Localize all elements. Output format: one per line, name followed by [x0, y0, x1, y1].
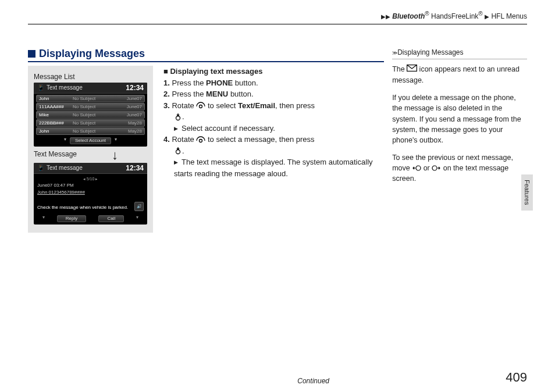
ss1-clock: 12:34 — [126, 84, 144, 91]
black-square-icon: ■ — [163, 67, 168, 76]
step-4-cont: . — [163, 145, 384, 157]
breadcrumb-arrow-icon: ▶ — [485, 13, 489, 20]
ss2-meta-sender: John 0123456789#### — [37, 190, 144, 195]
list-item: JohnNo SubjectJune07 — [36, 95, 145, 102]
header-rule — [28, 24, 527, 24]
step-4: 4. Rotate to select a message, then pres… — [163, 134, 384, 145]
manual-page: ▶▶ Bluetooth® HandsFreeLink® ▶ HFL Menus… — [0, 0, 555, 233]
page-footer: Continued 409 — [28, 370, 527, 385]
step-4-note: The text message is displayed. The syste… — [163, 156, 384, 179]
side-note-p1: The icon appears next to an unread messa… — [392, 64, 527, 85]
push-icon — [174, 147, 182, 155]
list-item: 111AAA###No SubjectJune07 — [36, 103, 145, 111]
step-3-cont: . — [163, 111, 384, 123]
breadcrumb-arrow-icon: ▶ — [381, 13, 386, 20]
continued-label: Continued — [28, 377, 492, 385]
chevron-down-icon: ▾ — [42, 215, 45, 222]
step-1: 1. Press the PHONE button. — [163, 77, 384, 89]
envelope-icon — [407, 64, 417, 74]
ss1-title: Text message — [47, 85, 83, 91]
list-item: MikeNo SubjectJune07 — [36, 111, 145, 119]
side-note-rule — [392, 59, 527, 59]
phone-icon: 📱 — [37, 165, 44, 171]
svg-point-6 — [432, 166, 437, 170]
double-arrow-icon: ≫ — [392, 50, 397, 56]
step-3-note: Select account if necessary. — [163, 123, 384, 134]
svg-point-1 — [176, 116, 180, 120]
chevron-down-icon: ▾ — [115, 137, 117, 144]
square-bullet-icon — [28, 50, 35, 58]
svg-point-5 — [416, 166, 421, 170]
breadcrumb-hfl-menus: HFL Menus — [491, 12, 527, 20]
figure-label-message-list: Message List — [34, 73, 147, 81]
chevron-down-icon: ▾ — [64, 137, 66, 144]
chevron-down-icon: ▾ — [136, 215, 138, 222]
side-note-p2: If you delete a message on the phone, th… — [392, 92, 527, 145]
screenshot-text-message: 📱 Text message 12:34 ◂ 5/10 ▸ June07 03:… — [34, 163, 147, 224]
dial-icon — [196, 136, 205, 143]
section-tab-features: Features — [521, 174, 533, 211]
instruction-heading: ■ Displaying text messages — [163, 66, 384, 77]
list-item: JohnNo SubjectMay28 — [36, 127, 145, 135]
breadcrumb-handsfreelink: HandsFreeLink — [431, 12, 478, 20]
registered-icon: ® — [478, 10, 482, 17]
list-item: 222BBB###No SubjectMay28 — [36, 119, 145, 127]
breadcrumb-arrow-icon: ▶ — [386, 13, 390, 20]
move-right-icon — [432, 165, 441, 172]
ss2-reply-button: Reply — [57, 215, 86, 222]
ss2-clock: 12:34 — [126, 165, 144, 172]
instructions: ■ Displaying text messages 1. Press the … — [163, 66, 384, 233]
push-icon — [174, 113, 182, 121]
breadcrumb-bluetooth: Bluetooth — [392, 12, 425, 20]
ss1-footer-button: Select Account — [70, 137, 111, 144]
side-note-p3: To see the previous or next message, mov… — [392, 152, 527, 184]
ss2-title: Text message — [47, 165, 83, 171]
page-number: 409 — [492, 370, 527, 385]
phone-icon: 📱 — [37, 85, 44, 91]
breadcrumb: ▶▶ Bluetooth® HandsFreeLink® ▶ HFL Menus — [28, 10, 527, 24]
section-title: Displaying Messages — [28, 48, 384, 62]
section-title-text: Displaying Messages — [39, 48, 145, 60]
speaker-icon: 🔊 — [134, 202, 144, 211]
step-2: 2. Press the MENU button. — [163, 88, 384, 100]
chevron-right-icon: ▸ — [95, 177, 98, 181]
figure-panel: Message List 📱 Text message 12:34 John — [28, 66, 153, 233]
screenshot-message-list: 📱 Text message 12:34 JohnNo SubjectJune0… — [34, 83, 147, 147]
side-note-title: ≫Displaying Messages — [392, 48, 527, 58]
arrow-down-icon: ↓ — [112, 149, 118, 162]
ss2-body: Check the message when vehicle is parked… — [37, 205, 128, 211]
registered-icon: ® — [425, 10, 429, 17]
side-note-column: ≫Displaying Messages The icon appears ne… — [392, 48, 527, 233]
ss2-call-button: Call — [98, 215, 124, 222]
chevron-left-icon: ◂ — [83, 177, 86, 181]
dial-icon — [196, 102, 205, 109]
svg-point-3 — [176, 150, 180, 154]
move-left-icon — [412, 165, 421, 172]
ss2-counter: 5/10 — [87, 177, 95, 181]
ss2-meta-date: June07 03:47 PM — [37, 183, 144, 188]
figure-label-text-message: Text Message — [34, 150, 112, 158]
step-3: 3. Rotate to select Text/Email, then pre… — [163, 100, 384, 112]
svg-point-0 — [200, 105, 202, 108]
svg-point-2 — [200, 139, 202, 142]
